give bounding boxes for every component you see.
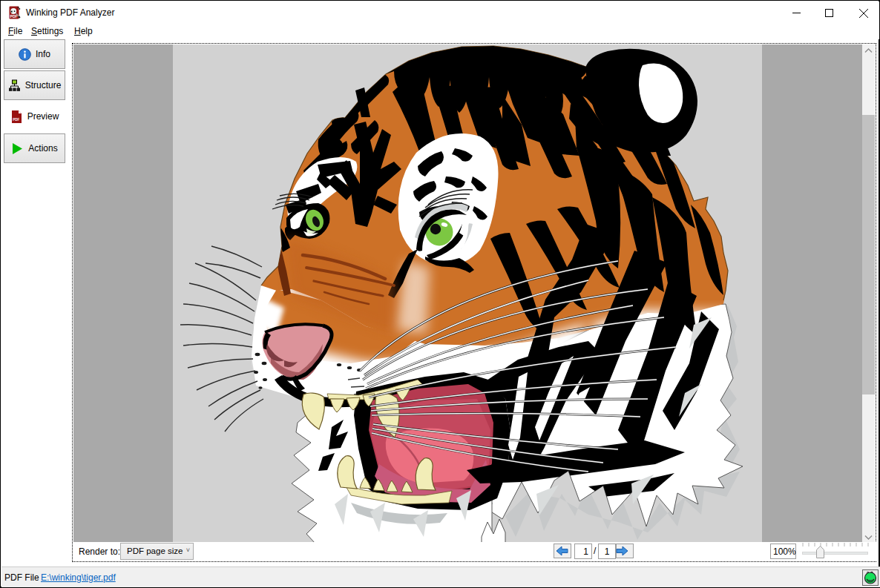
svg-text:PDF: PDF (13, 118, 19, 122)
svg-text:PDF: PDF (10, 14, 18, 19)
